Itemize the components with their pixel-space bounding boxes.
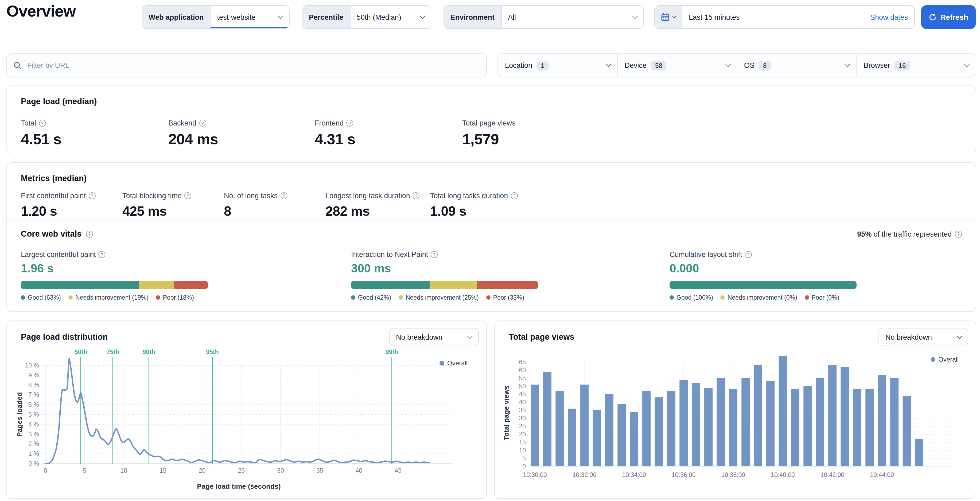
breakdown-select[interactable]: No breakdown bbox=[389, 328, 479, 346]
svg-text:15: 15 bbox=[519, 439, 526, 446]
facet-location[interactable]: Location 1 bbox=[498, 54, 618, 77]
total-page-views-chart: 0510152025303540455055606510:30:0010:32:… bbox=[502, 348, 969, 497]
svg-text:10:34:00: 10:34:00 bbox=[622, 471, 646, 478]
poor-legend-dot bbox=[486, 295, 490, 300]
svg-text:Pages loaded: Pages loaded bbox=[16, 392, 24, 437]
page-load-distribution-card: Page load distribution No breakdown 0510… bbox=[6, 320, 487, 499]
svg-text:Total page views: Total page views bbox=[502, 385, 510, 441]
metric-value: 282 ms bbox=[325, 204, 420, 219]
percentile-select[interactable]: Percentile 50th (Median) bbox=[302, 5, 431, 29]
svg-text:5: 5 bbox=[522, 455, 526, 462]
svg-text:10:36:00: 10:36:00 bbox=[672, 471, 696, 478]
help-icon[interactable]: ? bbox=[280, 192, 287, 199]
svg-text:Overall: Overall bbox=[938, 356, 959, 363]
vital-distribution-bar bbox=[21, 281, 208, 289]
help-icon[interactable]: ? bbox=[346, 120, 353, 127]
facet-count-badge: 16 bbox=[894, 60, 910, 70]
help-icon[interactable]: ? bbox=[511, 192, 517, 199]
metric-tbt: Total blocking time? 425 ms bbox=[123, 192, 191, 219]
section-divider bbox=[7, 219, 976, 220]
environment-select[interactable]: Environment All bbox=[444, 5, 644, 29]
svg-text:0 %: 0 % bbox=[28, 460, 39, 467]
svg-text:35: 35 bbox=[317, 467, 323, 474]
poor-legend-dot bbox=[156, 295, 160, 300]
svg-text:20: 20 bbox=[519, 431, 526, 438]
svg-text:5: 5 bbox=[83, 467, 86, 474]
metric-total: Total? 4.51 s bbox=[21, 119, 62, 148]
metric-longest-long-task: Longest long task duration? 282 ms bbox=[325, 192, 420, 219]
top-bar: Overview Web application test-website Pe… bbox=[0, 0, 980, 37]
needs-improvement-legend-dot bbox=[721, 295, 725, 300]
refresh-icon bbox=[929, 13, 937, 21]
refresh-button[interactable]: Refresh bbox=[921, 5, 976, 29]
svg-text:0: 0 bbox=[522, 463, 526, 470]
svg-text:65: 65 bbox=[519, 359, 526, 366]
facet-label: Location bbox=[505, 61, 532, 70]
needs-improvement-legend-dot bbox=[399, 295, 403, 300]
svg-text:3 %: 3 % bbox=[28, 431, 39, 438]
help-icon[interactable]: ? bbox=[86, 231, 93, 237]
facet-filters: Location 1 Device 58 OS 8 Browser 16 bbox=[498, 53, 976, 78]
svg-text:8 %: 8 % bbox=[28, 382, 39, 388]
facet-browser[interactable]: Browser 16 bbox=[857, 54, 976, 77]
help-icon[interactable]: ? bbox=[745, 251, 752, 258]
svg-text:10:44:00: 10:44:00 bbox=[870, 471, 894, 478]
core-web-vitals-title: Core web vitals bbox=[21, 229, 81, 239]
metric-total-long-tasks: Total long tasks duration? 1.09 s bbox=[430, 192, 517, 219]
facet-count-badge: 1 bbox=[536, 60, 549, 70]
environment-label: Environment bbox=[444, 6, 501, 28]
total-page-views-card: Total page views No breakdown 0510152025… bbox=[494, 320, 976, 499]
help-icon[interactable]: ? bbox=[431, 251, 438, 258]
svg-text:7 %: 7 % bbox=[28, 391, 39, 398]
breakdown-select[interactable]: No breakdown bbox=[878, 328, 968, 346]
good-legend-dot bbox=[670, 295, 674, 300]
metrics-card: Metrics (median) First contentful paint?… bbox=[6, 162, 976, 312]
page-load-distribution-chart: 0510152025303540450 %1 %2 %3 %4 %5 %6 %7… bbox=[14, 348, 480, 497]
help-icon[interactable]: ? bbox=[199, 120, 206, 127]
poor-legend-dot bbox=[805, 295, 809, 300]
metric-value: 4.31 s bbox=[315, 131, 355, 148]
date-range-picker[interactable]: Last 15 minutes Show dates bbox=[654, 5, 915, 29]
metric-total-page-views: Total page views 1,579 bbox=[462, 119, 515, 148]
page-load-card: Page load (median) Total? 4.51 s Backend… bbox=[6, 86, 976, 153]
show-dates-link[interactable]: Show dates bbox=[870, 13, 908, 21]
vital-lcp: Largest contentful paint? 1.96 s Good (6… bbox=[21, 250, 213, 301]
svg-text:1 %: 1 % bbox=[28, 450, 39, 457]
url-filter-box bbox=[6, 53, 487, 78]
help-icon[interactable]: ? bbox=[39, 120, 46, 127]
percentile-label: Percentile bbox=[302, 6, 350, 28]
needs-improvement-legend-dot bbox=[68, 295, 73, 300]
vital-cls: Cumulative layout shift? 0.000 Good (100… bbox=[670, 250, 862, 301]
help-icon[interactable]: ? bbox=[955, 231, 962, 237]
date-range-value: Last 15 minutes bbox=[689, 13, 740, 21]
total-page-views-title: Total page views bbox=[509, 332, 574, 342]
web-application-select[interactable]: Web application test-website bbox=[142, 5, 290, 29]
facet-count-badge: 8 bbox=[759, 60, 771, 70]
metric-backend: Backend? 204 ms bbox=[168, 119, 218, 148]
svg-text:Overall: Overall bbox=[447, 359, 468, 367]
facet-os[interactable]: OS 8 bbox=[737, 54, 857, 77]
svg-text:20: 20 bbox=[199, 467, 206, 474]
url-filter-input[interactable] bbox=[26, 61, 480, 70]
web-application-value: test-website bbox=[217, 13, 256, 21]
help-icon[interactable]: ? bbox=[88, 192, 95, 199]
good-legend-dot bbox=[351, 295, 355, 300]
svg-text:10: 10 bbox=[121, 467, 127, 474]
refresh-label: Refresh bbox=[940, 13, 968, 21]
facet-device[interactable]: Device 58 bbox=[618, 54, 737, 77]
vital-distribution-bar bbox=[670, 281, 857, 289]
metric-value: 4.51 s bbox=[21, 131, 62, 148]
svg-text:10:40:00: 10:40:00 bbox=[771, 471, 795, 478]
web-application-label: Web application bbox=[142, 6, 211, 28]
svg-text:90th: 90th bbox=[143, 348, 155, 355]
help-icon[interactable]: ? bbox=[185, 192, 191, 199]
metric-fcp: First contentful paint? 1.20 s bbox=[21, 192, 95, 219]
svg-text:50th: 50th bbox=[75, 348, 87, 355]
help-icon[interactable]: ? bbox=[413, 192, 420, 199]
svg-text:95th: 95th bbox=[206, 348, 218, 355]
traffic-represented-note: 95% of the traffic represented ? bbox=[857, 230, 962, 238]
help-icon[interactable]: ? bbox=[99, 251, 105, 258]
facet-label: Device bbox=[625, 61, 647, 70]
svg-text:9 %: 9 % bbox=[28, 372, 39, 379]
page-load-card-title: Page load (median) bbox=[21, 97, 97, 106]
